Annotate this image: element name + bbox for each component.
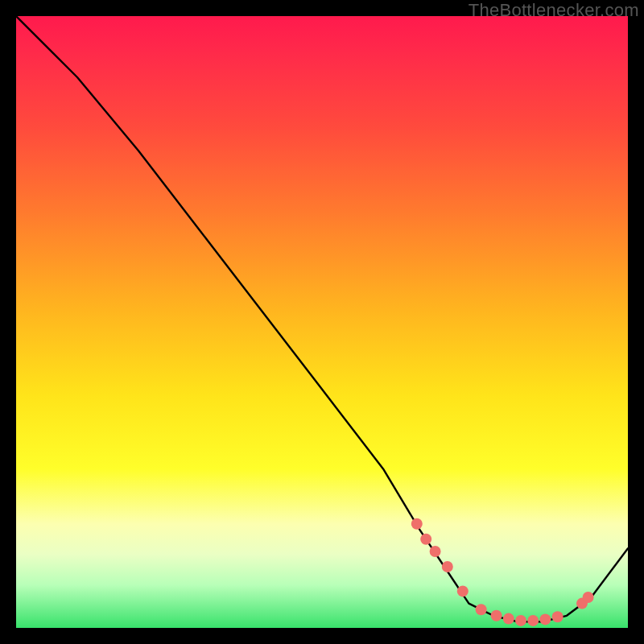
plot-area (16, 16, 628, 628)
gradient-background (16, 16, 628, 628)
chart-frame: TheBottlenecker.com (0, 0, 644, 644)
